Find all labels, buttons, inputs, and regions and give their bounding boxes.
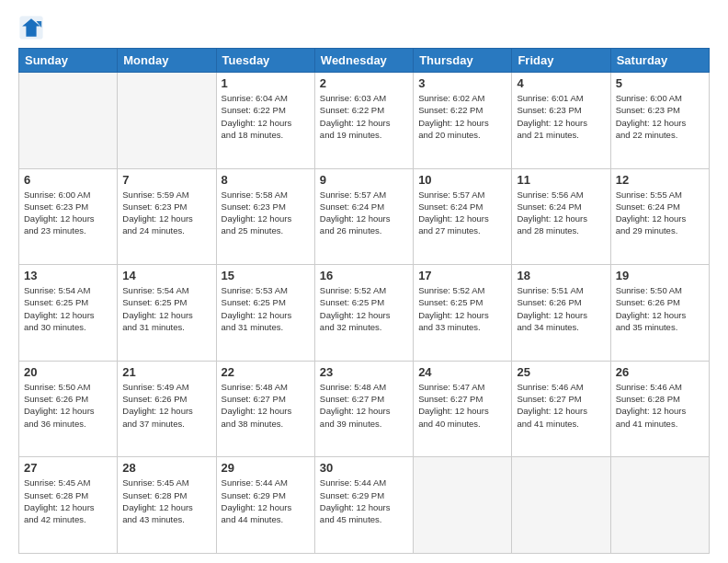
- calendar-cell: 4Sunrise: 6:01 AMSunset: 6:23 PMDaylight…: [512, 73, 610, 169]
- calendar-cell: 28Sunrise: 5:45 AMSunset: 6:28 PMDayligh…: [118, 457, 216, 554]
- day-header-friday: Friday: [512, 49, 610, 73]
- day-info: Sunrise: 5:47 AMSunset: 6:27 PMDaylight:…: [418, 381, 506, 430]
- day-info: Sunrise: 6:04 AMSunset: 6:22 PMDaylight:…: [222, 92, 310, 141]
- day-number: 10: [418, 173, 506, 187]
- day-number: 21: [122, 365, 210, 379]
- day-number: 3: [418, 76, 506, 90]
- day-info: Sunrise: 5:52 AMSunset: 6:25 PMDaylight:…: [418, 284, 506, 333]
- day-info: Sunrise: 5:51 AMSunset: 6:26 PMDaylight:…: [517, 284, 605, 333]
- day-number: 16: [320, 269, 408, 282]
- day-number: 8: [222, 173, 310, 187]
- day-number: 14: [122, 269, 210, 282]
- day-number: 29: [222, 461, 310, 475]
- calendar-table: SundayMondayTuesdayWednesdayThursdayFrid…: [18, 48, 710, 554]
- calendar-cell: [414, 457, 512, 554]
- day-number: 13: [24, 269, 112, 282]
- calendar-cell: 18Sunrise: 5:51 AMSunset: 6:26 PMDayligh…: [512, 265, 610, 362]
- day-info: Sunrise: 5:48 AMSunset: 6:27 PMDaylight:…: [320, 381, 408, 430]
- calendar-cell: [118, 73, 216, 169]
- day-info: Sunrise: 5:56 AMSunset: 6:24 PMDaylight:…: [517, 189, 605, 237]
- calendar-week-5: 27Sunrise: 5:45 AMSunset: 6:28 PMDayligh…: [19, 457, 710, 554]
- day-info: Sunrise: 5:57 AMSunset: 6:24 PMDaylight:…: [320, 189, 408, 237]
- day-number: 25: [517, 365, 605, 379]
- page: SundayMondayTuesdayWednesdayThursdayFrid…: [0, 0, 728, 563]
- day-number: 5: [616, 76, 704, 90]
- day-info: Sunrise: 5:55 AMSunset: 6:24 PMDaylight:…: [616, 189, 704, 237]
- day-info: Sunrise: 5:48 AMSunset: 6:27 PMDaylight:…: [222, 381, 310, 430]
- calendar-cell: [610, 457, 709, 554]
- calendar-cell: 30Sunrise: 5:44 AMSunset: 6:29 PMDayligh…: [314, 457, 413, 554]
- calendar-cell: 2Sunrise: 6:03 AMSunset: 6:22 PMDaylight…: [314, 73, 413, 169]
- day-info: Sunrise: 5:50 AMSunset: 6:26 PMDaylight:…: [24, 381, 112, 430]
- day-header-saturday: Saturday: [610, 49, 709, 73]
- day-number: 2: [320, 76, 408, 90]
- day-info: Sunrise: 5:54 AMSunset: 6:25 PMDaylight:…: [24, 284, 112, 333]
- day-number: 9: [320, 173, 408, 187]
- logo-icon: [18, 15, 44, 40]
- calendar-cell: 26Sunrise: 5:46 AMSunset: 6:28 PMDayligh…: [610, 361, 709, 457]
- calendar-cell: 8Sunrise: 5:58 AMSunset: 6:23 PMDaylight…: [216, 168, 314, 265]
- day-number: 22: [222, 365, 310, 379]
- calendar-cell: 29Sunrise: 5:44 AMSunset: 6:29 PMDayligh…: [216, 457, 314, 554]
- calendar-cell: 14Sunrise: 5:54 AMSunset: 6:25 PMDayligh…: [118, 265, 216, 362]
- day-number: 19: [616, 269, 704, 282]
- day-number: 18: [517, 269, 605, 282]
- day-header-wednesday: Wednesday: [314, 49, 413, 73]
- calendar-cell: 3Sunrise: 6:02 AMSunset: 6:22 PMDaylight…: [414, 73, 512, 169]
- day-info: Sunrise: 5:59 AMSunset: 6:23 PMDaylight:…: [122, 189, 210, 237]
- calendar-cell: 27Sunrise: 5:45 AMSunset: 6:28 PMDayligh…: [19, 457, 118, 554]
- day-info: Sunrise: 5:52 AMSunset: 6:25 PMDaylight:…: [320, 284, 408, 333]
- calendar-week-3: 13Sunrise: 5:54 AMSunset: 6:25 PMDayligh…: [19, 265, 710, 362]
- day-info: Sunrise: 6:00 AMSunset: 6:23 PMDaylight:…: [24, 189, 112, 237]
- calendar-cell: 23Sunrise: 5:48 AMSunset: 6:27 PMDayligh…: [314, 361, 413, 457]
- day-number: 6: [24, 173, 112, 187]
- calendar-cell: 22Sunrise: 5:48 AMSunset: 6:27 PMDayligh…: [216, 361, 314, 457]
- day-number: 15: [222, 269, 310, 282]
- day-info: Sunrise: 5:53 AMSunset: 6:25 PMDaylight:…: [222, 284, 310, 333]
- calendar-cell: 19Sunrise: 5:50 AMSunset: 6:26 PMDayligh…: [610, 265, 709, 362]
- day-info: Sunrise: 5:44 AMSunset: 6:29 PMDaylight:…: [320, 477, 408, 525]
- calendar-cell: 20Sunrise: 5:50 AMSunset: 6:26 PMDayligh…: [19, 361, 118, 457]
- calendar-cell: 12Sunrise: 5:55 AMSunset: 6:24 PMDayligh…: [610, 168, 709, 265]
- calendar-cell: 13Sunrise: 5:54 AMSunset: 6:25 PMDayligh…: [19, 265, 118, 362]
- day-info: Sunrise: 5:50 AMSunset: 6:26 PMDaylight:…: [616, 284, 704, 333]
- day-info: Sunrise: 5:49 AMSunset: 6:26 PMDaylight:…: [122, 381, 210, 430]
- calendar-cell: 9Sunrise: 5:57 AMSunset: 6:24 PMDaylight…: [314, 168, 413, 265]
- day-number: 11: [517, 173, 605, 187]
- day-info: Sunrise: 5:45 AMSunset: 6:28 PMDaylight:…: [24, 477, 112, 525]
- logo: [18, 15, 48, 40]
- calendar-cell: 6Sunrise: 6:00 AMSunset: 6:23 PMDaylight…: [19, 168, 118, 265]
- calendar-cell: [19, 73, 118, 169]
- calendar-cell: 16Sunrise: 5:52 AMSunset: 6:25 PMDayligh…: [314, 265, 413, 362]
- calendar-cell: 25Sunrise: 5:46 AMSunset: 6:27 PMDayligh…: [512, 361, 610, 457]
- calendar-week-2: 6Sunrise: 6:00 AMSunset: 6:23 PMDaylight…: [19, 168, 710, 265]
- day-header-tuesday: Tuesday: [216, 49, 314, 73]
- day-info: Sunrise: 5:46 AMSunset: 6:28 PMDaylight:…: [616, 381, 704, 430]
- day-number: 26: [616, 365, 704, 379]
- day-header-thursday: Thursday: [414, 49, 512, 73]
- day-info: Sunrise: 5:44 AMSunset: 6:29 PMDaylight:…: [222, 477, 310, 525]
- day-number: 12: [616, 173, 704, 187]
- day-number: 27: [24, 461, 112, 475]
- day-info: Sunrise: 5:54 AMSunset: 6:25 PMDaylight:…: [122, 284, 210, 333]
- day-info: Sunrise: 6:01 AMSunset: 6:23 PMDaylight:…: [517, 92, 605, 141]
- day-info: Sunrise: 5:45 AMSunset: 6:28 PMDaylight:…: [122, 477, 210, 525]
- header: [18, 15, 710, 40]
- calendar-cell: 15Sunrise: 5:53 AMSunset: 6:25 PMDayligh…: [216, 265, 314, 362]
- calendar-week-1: 1Sunrise: 6:04 AMSunset: 6:22 PMDaylight…: [19, 73, 710, 169]
- day-number: 1: [222, 76, 310, 90]
- day-number: 28: [122, 461, 210, 475]
- calendar-cell: 21Sunrise: 5:49 AMSunset: 6:26 PMDayligh…: [118, 361, 216, 457]
- day-number: 4: [517, 76, 605, 90]
- calendar-cell: 10Sunrise: 5:57 AMSunset: 6:24 PMDayligh…: [414, 168, 512, 265]
- day-info: Sunrise: 5:58 AMSunset: 6:23 PMDaylight:…: [222, 189, 310, 237]
- calendar-week-4: 20Sunrise: 5:50 AMSunset: 6:26 PMDayligh…: [19, 361, 710, 457]
- day-number: 24: [418, 365, 506, 379]
- calendar-cell: 24Sunrise: 5:47 AMSunset: 6:27 PMDayligh…: [414, 361, 512, 457]
- calendar-cell: 5Sunrise: 6:00 AMSunset: 6:23 PMDaylight…: [610, 73, 709, 169]
- day-info: Sunrise: 6:03 AMSunset: 6:22 PMDaylight:…: [320, 92, 408, 141]
- day-number: 7: [122, 173, 210, 187]
- day-info: Sunrise: 5:46 AMSunset: 6:27 PMDaylight:…: [517, 381, 605, 430]
- day-header-monday: Monday: [118, 49, 216, 73]
- day-number: 23: [320, 365, 408, 379]
